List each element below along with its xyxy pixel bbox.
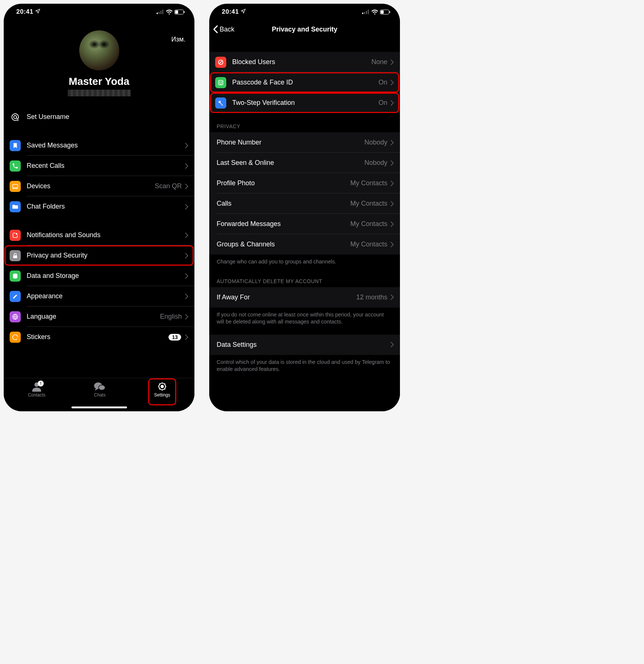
svg-rect-22 <box>366 11 367 14</box>
blocked-icon <box>215 57 226 68</box>
twostep-icon <box>215 97 226 109</box>
chevron-right-icon <box>390 221 394 227</box>
chevron-right-icon <box>185 204 188 210</box>
row-label: Data Settings <box>217 341 390 349</box>
nav-bar: Back Privacy and Security <box>209 20 400 39</box>
row-data-settings[interactable]: Data Settings <box>209 335 400 355</box>
chevron-right-icon <box>390 80 394 86</box>
svg-rect-3 <box>162 10 163 14</box>
chevron-right-icon <box>185 334 188 340</box>
status-time: 20:41 <box>16 8 33 15</box>
status-time: 20:41 <box>222 8 239 15</box>
chevron-right-icon <box>390 201 394 207</box>
tab-contacts[interactable]: Contacts <box>28 381 45 411</box>
svg-rect-6 <box>184 11 185 13</box>
mention-icon <box>10 112 21 123</box>
row-label: Two-Step Verification <box>232 99 378 107</box>
row-label: Passcode & Face ID <box>232 79 378 86</box>
row-label: Chat Folders <box>27 203 185 210</box>
row-label: Forwarded Messages <box>217 220 350 228</box>
chevron-right-icon <box>390 342 394 348</box>
row-passcode[interactable]: Passcode & Face IDOn <box>209 72 400 93</box>
svg-rect-20 <box>362 13 363 14</box>
chevron-right-icon <box>390 59 394 65</box>
row-appearance[interactable]: Appearance <box>4 286 194 306</box>
svg-rect-12 <box>13 255 17 258</box>
section-footer-autodelete: If you do not come online at least once … <box>209 308 400 328</box>
row-label: Notifications and Sounds <box>27 231 185 239</box>
chevron-right-icon <box>185 273 188 279</box>
tab-bar: Contacts Chats Settings <box>4 378 194 411</box>
privacy-icon <box>10 250 21 261</box>
row-value: Nobody <box>364 139 387 146</box>
row-privacy[interactable]: Privacy and Security <box>4 245 194 266</box>
svg-rect-0 <box>157 13 158 14</box>
svg-rect-9 <box>13 184 18 187</box>
status-bar: 20:41 <box>4 4 194 20</box>
svg-point-7 <box>14 116 17 119</box>
row-pcalls[interactable]: CallsMy Contacts <box>209 193 400 214</box>
svg-point-32 <box>219 101 220 102</box>
row-label: Privacy and Security <box>27 252 185 259</box>
chevron-right-icon <box>390 140 394 146</box>
wifi-icon <box>166 10 173 14</box>
tab-label: Contacts <box>28 392 45 398</box>
location-icon <box>35 9 40 14</box>
section-header-autodelete: AUTOMATICALLY DELETE MY ACCOUNT <box>209 268 400 287</box>
row-label: Set Username <box>27 113 188 121</box>
profile-sub-redacted <box>68 90 131 96</box>
row-if-away-for[interactable]: If Away For 12 months <box>209 287 400 308</box>
chevron-right-icon <box>185 293 188 299</box>
row-set-username[interactable]: Set Username <box>4 107 194 127</box>
svg-rect-1 <box>159 12 160 14</box>
svg-point-29 <box>220 82 220 82</box>
page-title: Privacy and Security <box>272 26 337 33</box>
row-phone[interactable]: Phone NumberNobody <box>209 132 400 153</box>
svg-rect-25 <box>381 10 384 14</box>
row-label: Blocked Users <box>232 58 371 66</box>
wifi-icon <box>371 10 378 14</box>
battery-icon <box>380 10 390 14</box>
row-photo[interactable]: Profile PhotoMy Contacts <box>209 173 400 193</box>
svg-point-19 <box>161 385 163 388</box>
row-value: English <box>160 313 182 321</box>
row-value: My Contacts <box>350 240 387 248</box>
passcode-icon <box>215 77 226 88</box>
row-label: Stickers <box>27 333 168 341</box>
appearance-icon <box>10 291 21 302</box>
location-icon <box>241 9 246 14</box>
language-icon <box>10 311 21 322</box>
row-label: Saved Messages <box>27 142 185 149</box>
back-button[interactable]: Back <box>213 25 234 33</box>
row-fwd[interactable]: Forwarded MessagesMy Contacts <box>209 214 400 234</box>
row-folders[interactable]: Chat Folders <box>4 196 194 217</box>
row-label: Last Seen & Online <box>217 159 364 167</box>
section-footer-privacy: Change who can add you to groups and cha… <box>209 255 400 268</box>
svg-rect-21 <box>364 12 365 14</box>
row-notifications[interactable]: Notifications and Sounds <box>4 225 194 245</box>
row-language[interactable]: LanguageEnglish <box>4 306 194 327</box>
avatar[interactable] <box>79 30 119 70</box>
battery-icon <box>174 10 185 14</box>
chevron-right-icon <box>185 163 188 169</box>
row-groups[interactable]: Groups & ChannelsMy Contacts <box>209 234 400 255</box>
row-lastseen[interactable]: Last Seen & OnlineNobody <box>209 153 400 173</box>
row-value: 12 months <box>356 293 387 301</box>
tab-settings[interactable]: Settings <box>154 381 170 411</box>
cellular-icon <box>157 10 164 14</box>
row-calls[interactable]: Recent Calls <box>4 156 194 176</box>
row-saved[interactable]: Saved Messages <box>4 135 194 156</box>
stickers-icon <box>10 332 21 343</box>
edit-button[interactable]: Изм. <box>171 36 186 43</box>
chevron-right-icon <box>185 143 188 149</box>
row-label: Language <box>27 313 160 321</box>
row-stickers[interactable]: Stickers13 <box>4 327 194 347</box>
tab-label: Settings <box>154 392 170 398</box>
home-indicator[interactable] <box>71 406 127 408</box>
svg-rect-23 <box>368 10 369 14</box>
status-bar: 20:41 <box>209 4 400 20</box>
row-data[interactable]: Data and Storage <box>4 266 194 286</box>
row-blocked[interactable]: Blocked UsersNone <box>209 52 400 72</box>
row-twostep[interactable]: Two-Step VerificationOn <box>209 93 400 113</box>
row-devices[interactable]: DevicesScan QR <box>4 176 194 196</box>
